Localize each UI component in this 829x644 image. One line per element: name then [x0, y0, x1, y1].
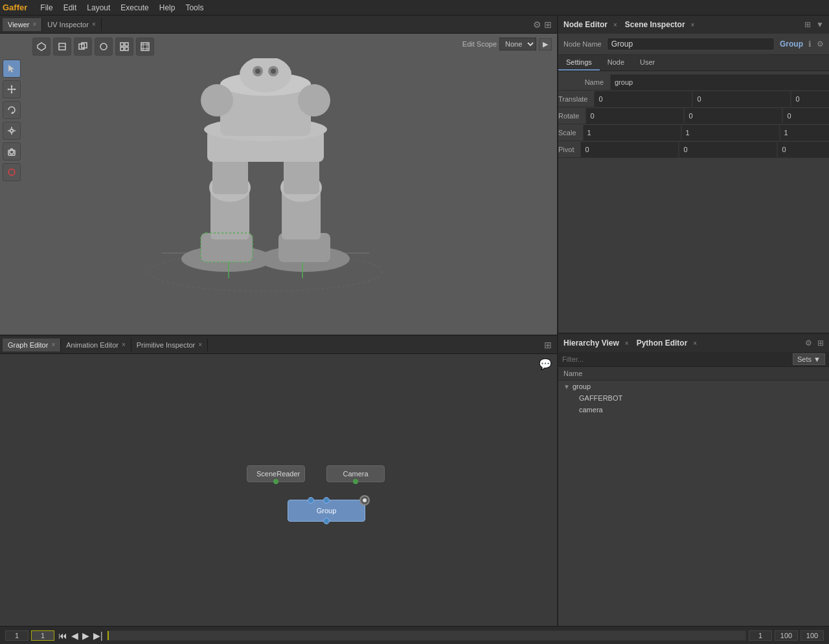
svg-point-56 — [271, 69, 276, 74]
hierarchy-item-gafferbot[interactable]: GAFFERBOT — [558, 392, 829, 404]
hierarchy-filter-input[interactable] — [562, 355, 790, 363]
node-property-tabs: Settings Node User — [558, 55, 829, 71]
viewer-tab-bar: Viewer × UV Inspector × ⚙ ⊞ — [0, 16, 557, 34]
graph-node-camera[interactable]: Camera — [326, 465, 385, 482]
tool-cursor[interactable] — [3, 60, 21, 78]
viewport-grid-icon[interactable] — [115, 38, 133, 56]
animation-editor-close-icon[interactable]: × — [122, 341, 126, 348]
viewport[interactable]: Edit Scope None ▶ — [0, 34, 557, 353]
prop-scale-z[interactable] — [780, 125, 829, 140]
timeline-go-start-btn[interactable]: ⏮ — [57, 630, 69, 641]
timeline-total-input[interactable] — [801, 630, 824, 641]
prop-rotate-x[interactable] — [585, 108, 684, 124]
sets-chevron-icon: ▼ — [813, 355, 821, 363]
node-tab-settings[interactable]: Settings — [558, 55, 600, 71]
menu-execute[interactable]: Execute — [115, 2, 153, 14]
graph-content[interactable]: 💬 SceneReader Ca — [0, 354, 557, 626]
tool-rotate[interactable] — [3, 101, 21, 119]
timeline-start-input[interactable] — [5, 630, 28, 641]
timeline-end-start-input[interactable] — [749, 630, 772, 641]
tab-primitive-inspector[interactable]: Primitive Inspector × — [131, 339, 208, 351]
scenereader-out-port[interactable] — [273, 479, 278, 484]
prop-label-name: Name — [558, 78, 610, 86]
prop-rotate-z[interactable] — [782, 108, 829, 124]
timeline-play-btn[interactable]: ▶ — [81, 630, 91, 641]
hierarchy-filter-bar: Sets ▼ — [558, 352, 829, 367]
node-editor-settings-icon[interactable]: ▼ — [816, 20, 824, 29]
timeline-step-back-btn[interactable]: ◀ — [70, 630, 80, 641]
viewer-settings-icon[interactable]: ⚙ — [533, 19, 541, 30]
timeline-end-end-input[interactable] — [775, 630, 798, 641]
viewer-layout-icon[interactable]: ⊞ — [544, 19, 552, 30]
chat-icon[interactable]: 💬 — [539, 358, 552, 370]
prop-rotate-y[interactable] — [684, 108, 782, 124]
viewport-perspective-icon[interactable] — [32, 38, 51, 56]
prop-scale-y[interactable] — [681, 125, 780, 140]
prop-translate-z[interactable] — [791, 91, 829, 107]
menu-tools[interactable]: Tools — [180, 2, 209, 14]
tab-viewer[interactable]: Viewer × — [3, 18, 42, 31]
tool-target[interactable] — [3, 163, 21, 181]
edit-scope-arrow-btn[interactable]: ▶ — [539, 38, 552, 50]
edit-scope-select[interactable]: None — [499, 38, 536, 50]
timeline-track[interactable] — [107, 630, 746, 641]
svg-point-50 — [201, 84, 233, 117]
viewport-shading-icon[interactable] — [53, 38, 71, 56]
tool-camera[interactable] — [3, 142, 21, 161]
prop-row-pivot: Pivot — [558, 141, 829, 158]
prop-pivot-y[interactable] — [679, 142, 777, 157]
group-in-port-2[interactable] — [323, 497, 330, 504]
menu-edit[interactable]: Edit — [58, 2, 82, 14]
hierarchy-layout-icon[interactable]: ⊞ — [817, 339, 824, 348]
viewer-close-icon[interactable]: × — [32, 21, 36, 28]
uv-inspector-close-icon[interactable]: × — [92, 21, 96, 28]
prop-scale-x[interactable] — [583, 125, 681, 140]
menu-layout[interactable]: Layout — [82, 2, 115, 14]
timeline-step-forward-btn[interactable]: ▶| — [92, 630, 104, 641]
camera-out-port[interactable] — [353, 479, 358, 484]
hierarchy-close-icon[interactable]: × — [625, 340, 629, 347]
node-gear-icon[interactable]: ⚙ — [817, 39, 824, 49]
primitive-inspector-close-icon[interactable]: × — [198, 341, 202, 348]
prop-pivot-x[interactable] — [580, 142, 679, 157]
hierarchy-view-title: Hierarchy View — [563, 339, 619, 348]
prop-translate-x[interactable] — [594, 91, 692, 107]
viewport-box-icon[interactable] — [74, 38, 92, 56]
viewport-circle-icon[interactable] — [95, 38, 113, 56]
graph-node-group[interactable]: Group — [288, 500, 365, 522]
node-editor-panel-icon[interactable]: ⊞ — [804, 20, 811, 29]
hierarchy-item-camera[interactable]: camera — [558, 404, 829, 416]
group-in-port-1[interactable] — [308, 497, 314, 504]
node-info-icon[interactable]: ℹ — [808, 39, 812, 49]
graph-editor-close-icon[interactable]: × — [51, 341, 55, 348]
graph-node-scenereader[interactable]: SceneReader — [247, 465, 305, 482]
tool-scale[interactable] — [3, 122, 21, 140]
node-editor-close-icon[interactable]: × — [613, 21, 617, 28]
node-tab-user[interactable]: User — [632, 55, 663, 71]
hierarchy-item-group[interactable]: ▼ group — [558, 381, 829, 392]
scene-inspector-close-icon[interactable]: × — [691, 21, 695, 28]
node-editor-title: Node Editor — [563, 20, 608, 29]
prop-pivot-z[interactable] — [777, 142, 829, 157]
app-logo[interactable]: Gaffer — [3, 3, 27, 12]
prop-translate-y[interactable] — [692, 91, 791, 107]
python-editor-close-icon[interactable]: × — [693, 340, 697, 347]
tab-graph-editor[interactable]: Graph Editor × — [3, 339, 61, 351]
node-name-input[interactable] — [607, 38, 775, 50]
node-tab-node[interactable]: Node — [600, 55, 632, 71]
graph-layout-icon[interactable]: ⊞ — [544, 340, 552, 350]
prop-input-name[interactable] — [610, 74, 829, 90]
tab-uv-inspector[interactable]: UV Inspector × — [42, 18, 101, 31]
sets-dropdown-btn[interactable]: Sets ▼ — [793, 353, 825, 365]
tab-animation-editor[interactable]: Animation Editor × — [61, 339, 131, 351]
timeline-frame-input[interactable] — [31, 630, 54, 641]
tool-translate[interactable] — [3, 80, 21, 98]
hierarchy-settings-icon[interactable]: ⚙ — [805, 339, 812, 348]
group-output-marker[interactable] — [359, 495, 370, 505]
menu-file[interactable]: File — [35, 2, 58, 14]
group-out-port[interactable] — [323, 518, 330, 524]
prop-row-rotate: Rotate — [558, 107, 829, 124]
prop-row-name: Name — [558, 74, 829, 91]
menu-help[interactable]: Help — [154, 2, 181, 14]
viewport-frame-icon[interactable] — [136, 38, 154, 56]
